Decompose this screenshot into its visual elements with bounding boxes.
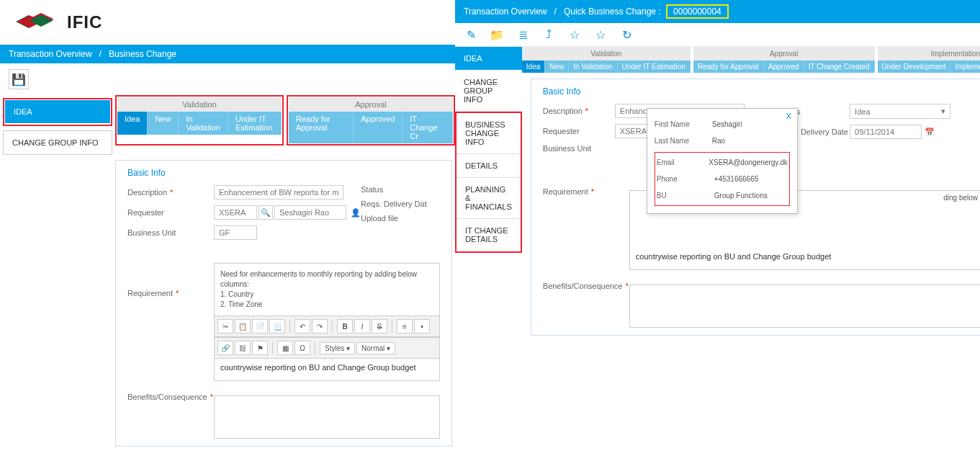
numbered-list-icon[interactable]: ≡: [397, 319, 413, 334]
bullet-list-icon[interactable]: •: [414, 319, 430, 334]
rp-label-requester: Requester: [543, 127, 615, 135]
rp-tab-rfa[interactable]: Ready for Approval: [693, 61, 764, 73]
rp-status-select[interactable]: Idea▾: [850, 104, 950, 119]
close-icon[interactable]: X: [786, 112, 791, 120]
top-toolbar: ✎ 📁 ≣ ⤴ ☆ ☆ ↻: [455, 23, 980, 47]
logo-area: IFIC: [0, 0, 455, 45]
rp-sidebar-idea[interactable]: IDEA: [455, 47, 522, 71]
sidebar-item-idea[interactable]: IDEA: [5, 100, 110, 124]
rp-date-input[interactable]: [850, 125, 922, 139]
benefits-textarea[interactable]: [214, 395, 440, 439]
description-input[interactable]: [214, 185, 343, 200]
tab-in-validation[interactable]: In Validation: [179, 112, 228, 135]
stage-header-validation: Validation: [117, 97, 282, 112]
rp-requirement-editor[interactable]: countrywise reporting on BU and Change G…: [630, 248, 980, 269]
styles-select[interactable]: Styles ▾: [320, 342, 355, 354]
editor-toolbar: ✂ 📋 📄 📃 ↶ ↷ B I: [215, 315, 439, 337]
folder-icon[interactable]: 📁: [490, 27, 504, 42]
rp-tab-underdev[interactable]: Under Development: [878, 61, 951, 73]
rp-tab-new[interactable]: New: [545, 61, 569, 73]
rp-tab-itcc[interactable]: IT Change Created: [804, 61, 875, 73]
label-requester: Requester: [127, 208, 214, 217]
rp-stage-approval: Approval: [693, 47, 875, 61]
flag-icon[interactable]: ⚑: [252, 341, 268, 355]
chevron-down-icon: ▾: [941, 107, 945, 116]
requester-name-input[interactable]: [274, 205, 346, 220]
tab-new[interactable]: New: [148, 112, 179, 135]
unlink-icon[interactable]: ⛓: [235, 341, 251, 355]
pop-label-phone: Phone: [657, 175, 714, 183]
list-icon[interactable]: ≣: [516, 27, 530, 42]
format-select[interactable]: Normal ▾: [356, 342, 395, 354]
edit-icon[interactable]: ✎: [464, 27, 478, 42]
pop-val-bu: Group Functions: [714, 192, 768, 200]
rp-benefits-textarea[interactable]: [629, 285, 980, 328]
pop-val-phone: +4531666665: [714, 175, 758, 183]
rp-req-code-input[interactable]: [615, 124, 651, 138]
rp-tab-idea[interactable]: Idea: [522, 61, 545, 73]
requirement-pretext[interactable]: Need for enhancements to monthly reporti…: [215, 264, 439, 315]
calendar-icon[interactable]: 📅: [925, 127, 935, 137]
history-icon[interactable]: ↻: [619, 27, 634, 42]
rp-form-title: Basic Info: [543, 86, 980, 97]
company-logo-icon: [11, 7, 61, 37]
pop-label-email: Email: [657, 158, 709, 166]
requester-code-input[interactable]: [214, 205, 257, 220]
paste-icon[interactable]: 📄: [252, 319, 268, 334]
rp-sidebar-planning[interactable]: PLANNING & FINANCIALS: [457, 178, 521, 219]
editor-toolbar-2: 🔗 ⛓ ⚑ ▦ Ω Styles ▾ Normal ▾: [215, 337, 439, 359]
breadcrumb-r-a[interactable]: Transaction Overview: [464, 6, 547, 17]
italic-icon[interactable]: I: [354, 319, 370, 334]
omega-icon[interactable]: Ω: [295, 341, 310, 355]
requirement-editor[interactable]: countrywise reporting on BU and Change G…: [215, 359, 439, 380]
tab-it-change-created[interactable]: IT Change Cr: [403, 112, 453, 143]
breadcrumb-right: Transaction Overview / Quick Business Ch…: [455, 0, 980, 23]
star-icon[interactable]: ☆: [593, 27, 608, 42]
sidebar-item-change-group-info[interactable]: CHANGE GROUP INFO: [3, 130, 112, 155]
rp-tab-under-it[interactable]: Under IT Estimation: [618, 61, 691, 73]
rp-sidebar-details[interactable]: DETAILS: [457, 154, 521, 178]
business-unit-input[interactable]: [214, 225, 257, 240]
label-status: Status: [361, 185, 433, 194]
link-icon[interactable]: 🔗: [217, 341, 233, 355]
rp-sidebar-cgi[interactable]: CHANGE GROUP INFO: [455, 71, 522, 112]
label-upload-file: Upload file: [361, 214, 433, 223]
cut-icon[interactable]: ✂: [217, 319, 233, 334]
share-icon[interactable]: ⤴: [541, 27, 556, 42]
rp-stage-implementation: Implementation: [878, 47, 980, 61]
person-icon[interactable]: 👤: [351, 208, 361, 218]
label-business-unit: Business Unit: [127, 228, 214, 237]
tab-ready-for-approval[interactable]: Ready for Approval: [289, 112, 354, 143]
pop-val-firstname: Seshagiri: [712, 120, 742, 128]
redo-icon[interactable]: ↷: [312, 319, 328, 334]
paste-text-icon[interactable]: 📃: [269, 319, 285, 334]
stage-header-approval: Approval: [289, 97, 453, 112]
copy-icon[interactable]: 📋: [235, 319, 251, 334]
rp-sidebar-bci[interactable]: BUSINESS CHANGE INFO: [457, 113, 521, 154]
star-outline-icon[interactable]: ☆: [567, 27, 582, 42]
tab-idea[interactable]: Idea: [117, 112, 148, 135]
strike-icon[interactable]: S: [372, 319, 387, 334]
breadcrumb-a[interactable]: Transaction Overview: [9, 49, 92, 59]
tab-approved[interactable]: Approved: [354, 112, 403, 143]
rp-label-description: Description: [543, 107, 583, 115]
form-title-basic-info: Basic Info: [127, 168, 440, 178]
breadcrumb-b[interactable]: Business Change: [109, 49, 176, 59]
undo-icon[interactable]: ↶: [295, 319, 310, 334]
breadcrumb-r-b[interactable]: Quick Business Change :: [564, 6, 661, 17]
save-button[interactable]: 💾: [9, 69, 29, 89]
pop-label-firstname: First Name: [655, 120, 712, 128]
table-icon[interactable]: ▦: [277, 341, 293, 355]
rp-stage-validation: Validation: [522, 47, 691, 61]
bold-icon[interactable]: B: [337, 319, 353, 334]
rp-tab-in-validation[interactable]: In Validation: [569, 61, 617, 73]
tab-under-it-estimation[interactable]: Under IT Estimation: [228, 112, 282, 135]
required-marker: *: [170, 188, 173, 197]
rp-label-requirement: Requirement: [543, 187, 588, 196]
rp-sidebar-itcd[interactable]: IT CHANGE DETAILS: [457, 219, 521, 251]
pop-val-lastname: Rao: [712, 137, 725, 145]
rp-tab-implemented[interactable]: Implemented: [950, 61, 980, 73]
label-reqs-delivery-date: Reqs. Delivery Dat: [361, 200, 433, 208]
rp-tab-approved[interactable]: Approved: [764, 61, 804, 73]
search-icon[interactable]: 🔍: [259, 205, 273, 220]
